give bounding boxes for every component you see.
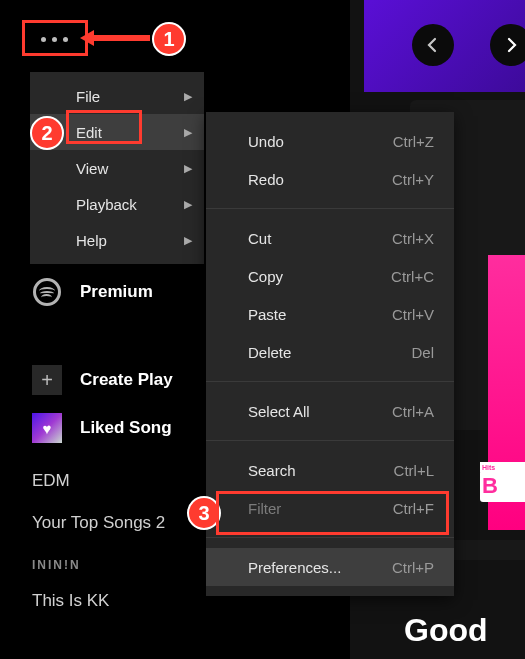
nav-back-button[interactable] (412, 24, 454, 66)
menu-item-help[interactable]: Help ▶ (30, 222, 204, 258)
main-menu: File ▶ Edit ▶ View ▶ Playback ▶ Help ▶ (30, 72, 204, 264)
spotify-icon (32, 277, 62, 307)
chevron-right-icon: ▶ (184, 162, 192, 175)
annotation-highlight-2 (66, 110, 142, 144)
menu-item-view[interactable]: View ▶ (30, 150, 204, 186)
chevron-right-icon: ▶ (184, 90, 192, 103)
menu-item-paste[interactable]: Paste Ctrl+V (206, 295, 454, 333)
heart-icon: ♥ (32, 413, 62, 443)
menu-label: Undo (248, 133, 284, 150)
menu-shortcut: Ctrl+L (394, 462, 434, 479)
menu-label: Paste (248, 306, 286, 323)
menu-shortcut: Ctrl+P (392, 559, 434, 576)
menu-item-file[interactable]: File ▶ (30, 78, 204, 114)
menu-item-search[interactable]: Search Ctrl+L (206, 451, 454, 489)
menu-item-copy[interactable]: Copy Ctrl+C (206, 257, 454, 295)
menu-shortcut: Ctrl+A (392, 403, 434, 420)
menu-label: Delete (248, 344, 291, 361)
menu-label: Search (248, 462, 296, 479)
album-badge: B (480, 470, 525, 502)
menu-shortcut: Ctrl+V (392, 306, 434, 323)
menu-shortcut: Ctrl+C (391, 268, 434, 285)
nav-forward-button[interactable] (490, 24, 525, 66)
menu-item-preferences[interactable]: Preferences... Ctrl+P (206, 548, 454, 586)
annotation-marker-2: 2 (30, 116, 64, 150)
sidebar-label: Create Play (80, 370, 173, 390)
menu-item-redo[interactable]: Redo Ctrl+Y (206, 160, 454, 198)
menu-shortcut: Del (411, 344, 434, 361)
menu-item-playback[interactable]: Playback ▶ (30, 186, 204, 222)
menu-label: Preferences... (248, 559, 341, 576)
chevron-right-icon: ▶ (184, 234, 192, 247)
menu-shortcut: Ctrl+Z (393, 133, 434, 150)
menu-item-undo[interactable]: Undo Ctrl+Z (206, 122, 454, 160)
menu-label: Help (76, 232, 107, 249)
annotation-marker-1: 1 (152, 22, 186, 56)
menu-label: View (76, 160, 108, 177)
menu-label: Select All (248, 403, 310, 420)
chevron-right-icon: ▶ (184, 126, 192, 139)
content-title: Good (404, 612, 488, 649)
menu-item-delete[interactable]: Delete Del (206, 333, 454, 371)
annotation-highlight-3 (216, 491, 449, 535)
plus-icon: + (32, 365, 62, 395)
menu-label: Redo (248, 171, 284, 188)
sidebar-label: Liked Song (80, 418, 172, 438)
menu-shortcut: Ctrl+X (392, 230, 434, 247)
annotation-arrow-1 (92, 35, 150, 41)
chevron-right-icon (503, 37, 519, 53)
annotation-highlight-1 (22, 20, 88, 56)
chevron-left-icon (425, 37, 441, 53)
menu-label: Playback (76, 196, 137, 213)
sidebar-label: Premium (80, 282, 153, 302)
menu-item-cut[interactable]: Cut Ctrl+X (206, 219, 454, 257)
menu-shortcut: Ctrl+Y (392, 171, 434, 188)
menu-item-select-all[interactable]: Select All Ctrl+A (206, 392, 454, 430)
menu-label: Copy (248, 268, 283, 285)
chevron-right-icon: ▶ (184, 198, 192, 211)
menu-label: File (76, 88, 100, 105)
menu-label: Cut (248, 230, 271, 247)
